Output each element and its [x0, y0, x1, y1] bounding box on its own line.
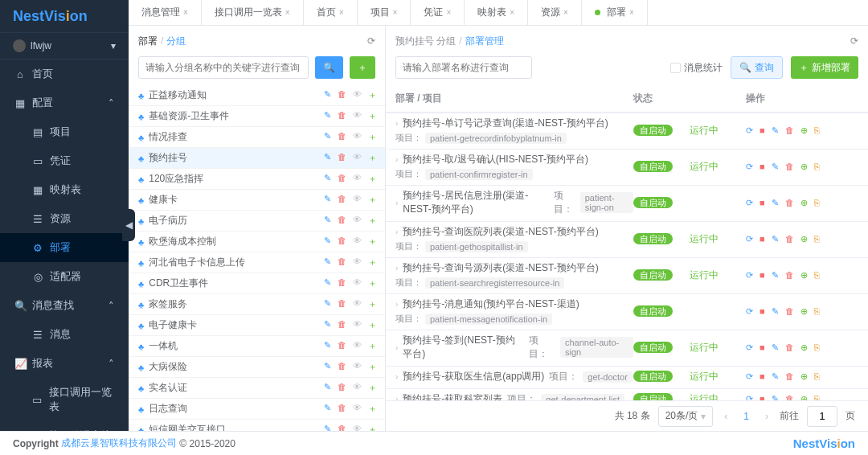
deploy-icon[interactable]: ⊕: [800, 234, 808, 244]
add-icon[interactable]: ＋: [368, 424, 377, 431]
restart-icon[interactable]: ⟳: [746, 371, 753, 382]
close-icon[interactable]: ×: [183, 8, 188, 17]
next-page[interactable]: ›: [762, 411, 772, 422]
edit-icon[interactable]: ✎: [324, 277, 331, 289]
copy-icon[interactable]: ⎘: [814, 125, 820, 136]
tab-接口调用一览表[interactable]: 接口调用一览表×: [202, 0, 304, 25]
submenu-接口调用一览表[interactable]: ▭接口调用一览表: [0, 378, 129, 421]
restart-icon[interactable]: ⟳: [746, 125, 753, 136]
expand-icon[interactable]: ›: [395, 372, 398, 381]
group-search-input[interactable]: [138, 56, 309, 79]
edit-icon[interactable]: ✎: [324, 173, 331, 185]
edit-icon[interactable]: ✎: [324, 424, 331, 431]
tab-映射表[interactable]: 映射表×: [465, 0, 528, 25]
deploy-icon[interactable]: ⊕: [800, 394, 808, 400]
delete-icon[interactable]: 🗑: [785, 306, 794, 317]
submenu-项目[interactable]: ▤项目: [0, 117, 129, 146]
stop-icon[interactable]: ■: [760, 198, 765, 208]
view-icon[interactable]: 👁: [353, 110, 362, 122]
edit-icon[interactable]: ✎: [324, 215, 331, 227]
close-icon[interactable]: ×: [339, 8, 344, 17]
restart-icon[interactable]: ⟳: [746, 234, 753, 244]
tab-消息管理[interactable]: 消息管理×: [129, 0, 202, 25]
delete-icon[interactable]: 🗑: [338, 215, 346, 227]
add-icon[interactable]: ＋: [368, 277, 377, 289]
edit-icon[interactable]: ✎: [772, 394, 779, 400]
delete-icon[interactable]: 🗑: [785, 234, 794, 244]
edit-icon[interactable]: ✎: [772, 198, 779, 208]
stop-icon[interactable]: ■: [760, 306, 765, 317]
edit-icon[interactable]: ✎: [324, 194, 331, 206]
group-item[interactable]: ♣基础资源-卫生事件✎🗑👁＋: [129, 106, 385, 127]
delete-icon[interactable]: 🗑: [338, 298, 346, 310]
group-item[interactable]: ♣电子病历✎🗑👁＋: [129, 211, 385, 232]
delete-icon[interactable]: 🗑: [338, 277, 346, 289]
delete-icon[interactable]: 🗑: [338, 110, 346, 122]
copy-icon[interactable]: ⎘: [814, 371, 820, 382]
delete-icon[interactable]: 🗑: [338, 403, 346, 415]
delete-icon[interactable]: 🗑: [338, 131, 346, 143]
deploy-search-input[interactable]: [395, 56, 532, 79]
add-icon[interactable]: ＋: [368, 298, 377, 310]
sidebar-collapse-handle[interactable]: ◀: [122, 209, 135, 241]
edit-icon[interactable]: ✎: [772, 125, 779, 136]
edit-icon[interactable]: ✎: [324, 256, 331, 268]
stop-icon[interactable]: ■: [760, 371, 765, 382]
group-item[interactable]: ♣河北省电子卡信息上传✎🗑👁＋: [129, 252, 385, 273]
group-item[interactable]: ♣日志查询✎🗑👁＋: [129, 399, 385, 420]
expand-icon[interactable]: ›: [395, 395, 398, 400]
refresh-icon[interactable]: ⟳: [850, 35, 858, 47]
query-button[interactable]: 🔍查询: [731, 56, 783, 79]
add-icon[interactable]: ＋: [368, 215, 377, 227]
stop-icon[interactable]: ■: [760, 234, 765, 244]
expand-icon[interactable]: ›: [395, 119, 398, 128]
stop-icon[interactable]: ■: [760, 270, 765, 281]
delete-icon[interactable]: 🗑: [338, 89, 346, 101]
delete-icon[interactable]: 🗑: [338, 361, 346, 373]
copy-icon[interactable]: ⎘: [814, 198, 820, 208]
restart-icon[interactable]: ⟳: [746, 394, 753, 400]
edit-icon[interactable]: ✎: [772, 162, 779, 172]
submenu-资源[interactable]: ☰资源: [0, 204, 129, 233]
add-icon[interactable]: ＋: [368, 173, 377, 185]
tab-凭证[interactable]: 凭证×: [411, 0, 465, 25]
group-add-button[interactable]: ＋: [350, 56, 375, 79]
add-icon[interactable]: ＋: [368, 403, 377, 415]
delete-icon[interactable]: 🗑: [338, 173, 346, 185]
group-item[interactable]: ♣短信网关交互接口✎🗑👁＋: [129, 420, 385, 431]
add-icon[interactable]: ＋: [368, 89, 377, 101]
submenu-映射表[interactable]: ▦映射表: [0, 175, 129, 204]
view-icon[interactable]: 👁: [353, 256, 362, 268]
expand-icon[interactable]: ›: [395, 300, 398, 309]
add-icon[interactable]: ＋: [368, 319, 377, 331]
add-icon[interactable]: ＋: [368, 131, 377, 143]
deploy-icon[interactable]: ⊕: [800, 125, 808, 136]
prev-page[interactable]: ‹: [721, 411, 731, 422]
edit-icon[interactable]: ✎: [772, 342, 779, 353]
menu-消息查找[interactable]: 🔍消息查找˄: [0, 291, 129, 320]
edit-icon[interactable]: ✎: [772, 371, 779, 382]
edit-icon[interactable]: ✎: [324, 131, 331, 143]
restart-icon[interactable]: ⟳: [746, 162, 753, 172]
submenu-接口错误率统计[interactable]: ▭接口错误率统计: [0, 421, 129, 431]
edit-icon[interactable]: ✎: [772, 306, 779, 317]
delete-icon[interactable]: 🗑: [338, 319, 346, 331]
edit-icon[interactable]: ✎: [324, 89, 331, 101]
view-icon[interactable]: 👁: [353, 131, 362, 143]
view-icon[interactable]: 👁: [353, 215, 362, 227]
expand-icon[interactable]: ›: [395, 343, 398, 352]
group-item[interactable]: ♣实名认证✎🗑👁＋: [129, 378, 385, 399]
group-search-button[interactable]: 🔍: [315, 56, 343, 79]
view-icon[interactable]: 👁: [353, 340, 362, 352]
tab-部署[interactable]: 部署×: [582, 0, 648, 25]
group-item[interactable]: ♣一体机✎🗑👁＋: [129, 336, 385, 357]
edit-icon[interactable]: ✎: [772, 234, 779, 244]
delete-icon[interactable]: 🗑: [338, 424, 346, 431]
edit-icon[interactable]: ✎: [324, 382, 331, 394]
tab-项目[interactable]: 项目×: [358, 0, 411, 25]
copy-icon[interactable]: ⎘: [814, 270, 820, 281]
view-icon[interactable]: 👁: [353, 89, 362, 101]
view-icon[interactable]: 👁: [353, 298, 362, 310]
delete-icon[interactable]: 🗑: [338, 194, 346, 206]
delete-icon[interactable]: 🗑: [785, 371, 794, 382]
